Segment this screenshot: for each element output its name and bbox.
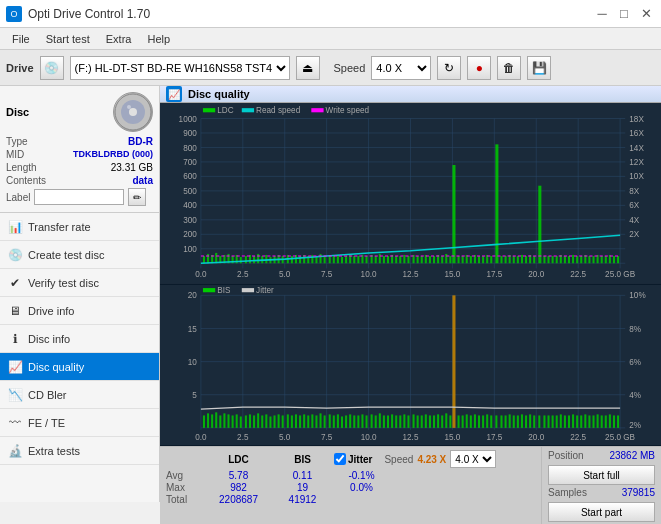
speed-select[interactable]: 4.0 X xyxy=(450,450,496,468)
svg-text:BIS: BIS xyxy=(217,286,231,295)
close-button[interactable]: ✕ xyxy=(637,5,655,23)
svg-rect-222 xyxy=(295,414,297,427)
svg-text:12X: 12X xyxy=(629,158,644,167)
svg-rect-249 xyxy=(407,415,409,427)
start-full-button[interactable]: Start full xyxy=(548,465,655,485)
erase-button[interactable]: 🗑 xyxy=(497,56,521,80)
svg-rect-104 xyxy=(399,256,401,263)
svg-rect-109 xyxy=(421,256,423,263)
svg-rect-289 xyxy=(576,415,578,427)
menu-start-test[interactable]: Start test xyxy=(38,31,98,47)
svg-rect-256 xyxy=(437,414,439,427)
svg-text:15.0: 15.0 xyxy=(444,433,460,442)
svg-text:6%: 6% xyxy=(629,358,641,367)
position-row: Position 23862 MB xyxy=(548,450,655,461)
svg-rect-221 xyxy=(291,415,293,427)
main-layout: Disc Type BD-R MID TDKBLDRB xyxy=(0,86,661,502)
svg-rect-202 xyxy=(211,414,213,427)
drive-label: Drive xyxy=(6,62,34,74)
svg-rect-264 xyxy=(470,415,472,427)
svg-rect-201 xyxy=(207,413,209,427)
sidebar-item-create-test-disc[interactable]: 💿 Create test disc xyxy=(0,241,159,269)
svg-rect-119 xyxy=(462,256,464,263)
svg-rect-268 xyxy=(486,414,488,427)
svg-rect-139 xyxy=(548,256,550,263)
svg-rect-145 xyxy=(572,255,574,263)
max-row: Max 982 19 0.0% xyxy=(166,482,535,493)
svg-rect-248 xyxy=(403,414,405,427)
menu-extra[interactable]: Extra xyxy=(98,31,140,47)
jitter-checkbox[interactable] xyxy=(334,453,346,465)
svg-rect-279 xyxy=(533,415,535,427)
record-button[interactable]: ● xyxy=(467,56,491,80)
svg-rect-143 xyxy=(564,256,566,263)
svg-rect-128 xyxy=(500,256,502,263)
menu-file[interactable]: File xyxy=(4,31,38,47)
svg-text:25.0 GB: 25.0 GB xyxy=(605,270,636,279)
refresh-button[interactable]: ↻ xyxy=(437,56,461,80)
svg-rect-292 xyxy=(588,415,590,427)
svg-rect-259 xyxy=(449,415,451,427)
total-ldc: 2208687 xyxy=(206,494,271,505)
menu-help[interactable]: Help xyxy=(139,31,178,47)
svg-rect-123 xyxy=(478,256,480,263)
svg-text:300: 300 xyxy=(183,216,197,225)
content-area: 📈 Disc quality xyxy=(160,86,661,502)
svg-text:5.0: 5.0 xyxy=(279,433,291,442)
svg-rect-234 xyxy=(345,415,347,427)
svg-rect-241 xyxy=(375,415,377,427)
svg-rect-58 xyxy=(207,254,209,263)
svg-rect-116 xyxy=(449,256,451,263)
svg-text:2.5: 2.5 xyxy=(237,270,249,279)
sidebar-item-fe-te[interactable]: 〰 FE / TE xyxy=(0,409,159,437)
svg-rect-265 xyxy=(474,414,476,427)
label-edit-button[interactable]: ✏ xyxy=(128,188,146,206)
save-button[interactable]: 💾 xyxy=(527,56,551,80)
svg-text:Write speed: Write speed xyxy=(326,106,370,115)
svg-rect-105 xyxy=(403,255,405,263)
svg-rect-231 xyxy=(333,415,335,427)
svg-rect-207 xyxy=(232,415,234,427)
svg-text:2X: 2X xyxy=(629,230,640,239)
svg-rect-238 xyxy=(361,414,363,427)
start-part-button[interactable]: Start part xyxy=(548,502,655,522)
sidebar-item-disc-quality[interactable]: 📈 Disc quality xyxy=(0,353,159,381)
disc-quality-header-icon: 📈 xyxy=(166,86,182,102)
svg-rect-293 xyxy=(592,415,594,427)
max-bis: 19 xyxy=(275,482,330,493)
max-ldc: 982 xyxy=(206,482,271,493)
svg-rect-209 xyxy=(240,416,242,427)
sidebar-item-verify-test-disc[interactable]: ✔ Verify test disc xyxy=(0,269,159,297)
disc-type: BD-R xyxy=(128,136,153,147)
disc-fields: Type BD-R MID TDKBLDRBD (000) Length 23.… xyxy=(6,136,153,206)
sidebar-item-drive-info[interactable]: 🖥 Drive info xyxy=(0,297,159,325)
sidebar-item-transfer-rate[interactable]: 📊 Transfer rate xyxy=(0,213,159,241)
svg-rect-203 xyxy=(215,412,217,428)
max-jitter: 0.0% xyxy=(334,482,389,493)
eject-button[interactable]: ⏏ xyxy=(296,56,320,80)
svg-rect-269 xyxy=(490,415,492,427)
svg-rect-294 xyxy=(597,414,599,427)
svg-rect-100 xyxy=(383,256,385,263)
svg-text:22.5: 22.5 xyxy=(570,270,586,279)
svg-rect-287 xyxy=(568,415,570,427)
svg-rect-223 xyxy=(299,415,301,427)
svg-rect-114 xyxy=(441,256,443,263)
svg-rect-283 xyxy=(552,415,554,427)
create-test-disc-icon: 💿 xyxy=(8,248,22,262)
disc-contents-row: Contents data xyxy=(6,175,153,186)
sidebar-item-cd-bler[interactable]: 📉 CD Bler xyxy=(0,381,159,409)
disc-label-input[interactable] xyxy=(34,189,124,205)
drive-icon-btn[interactable]: 💿 xyxy=(40,56,64,80)
sidebar-item-extra-tests[interactable]: 🔬 Extra tests xyxy=(0,437,159,465)
svg-rect-239 xyxy=(366,415,368,427)
speed-select[interactable]: 4.0 X xyxy=(371,56,431,80)
svg-rect-240 xyxy=(371,414,373,427)
sidebar-item-disc-info[interactable]: ℹ Disc info xyxy=(0,325,159,353)
svg-rect-136 xyxy=(533,256,535,263)
minimize-button[interactable]: ─ xyxy=(593,5,611,23)
svg-rect-155 xyxy=(613,256,615,263)
maximize-button[interactable]: □ xyxy=(615,5,633,23)
drive-select[interactable]: (F:) HL-DT-ST BD-RE WH16NS58 TST4 xyxy=(70,56,290,80)
svg-rect-200 xyxy=(203,415,205,427)
